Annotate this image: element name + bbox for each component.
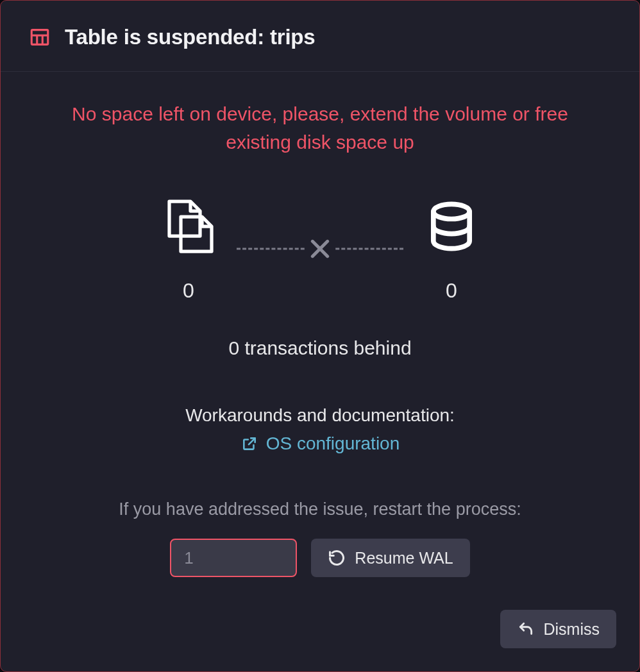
file-count: 0	[183, 279, 194, 303]
restart-prompt: If you have addressed the issue, restart…	[119, 500, 521, 519]
files-icon	[156, 194, 221, 258]
table-icon	[29, 26, 51, 48]
dismiss-label: Dismiss	[544, 620, 600, 639]
suspended-table-dialog: Table is suspended: trips No space left …	[0, 0, 640, 672]
docs-block: Workarounds and documentation: OS config…	[185, 405, 455, 455]
database-icon	[419, 194, 484, 258]
dialog-header: Table is suspended: trips	[1, 1, 639, 72]
transactions-behind: 0 transactions behind	[228, 337, 411, 359]
db-count: 0	[446, 279, 457, 303]
resume-wal-label: Resume WAL	[355, 549, 453, 567]
os-configuration-link[interactable]: OS configuration	[240, 433, 400, 454]
dialog-footer: Dismiss	[500, 610, 617, 648]
illustration-row: 0 0	[31, 194, 609, 303]
undo-icon	[517, 620, 535, 638]
dialog-title: Table is suspended: trips	[65, 25, 315, 49]
disconnect-x-icon	[306, 235, 334, 263]
svg-rect-0	[31, 30, 48, 45]
dismiss-button[interactable]: Dismiss	[500, 610, 617, 648]
database-column: 0	[403, 194, 500, 303]
external-link-icon	[240, 435, 258, 453]
resume-action-row: Resume WAL	[170, 539, 469, 577]
docs-link-label: OS configuration	[266, 433, 400, 454]
svg-point-6	[434, 204, 469, 219]
resume-count-input[interactable]	[170, 539, 297, 577]
docs-label: Workarounds and documentation:	[185, 405, 455, 426]
file-column: 0	[140, 194, 237, 303]
error-message: No space left on device, please, extend …	[38, 100, 602, 156]
refresh-icon	[328, 549, 346, 567]
dialog-body: No space left on device, please, extend …	[1, 72, 639, 671]
connector	[237, 217, 403, 281]
resume-wal-button[interactable]: Resume WAL	[311, 539, 469, 577]
